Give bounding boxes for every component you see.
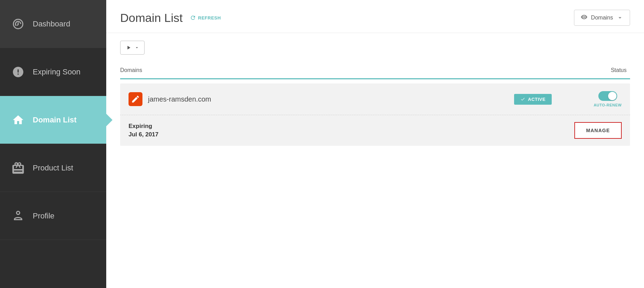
refresh-button[interactable]: REFRESH bbox=[190, 15, 221, 21]
eye-icon bbox=[581, 14, 588, 22]
expiring-label: Expiring bbox=[129, 123, 158, 130]
sidebar-label-dashboard: Dashboard bbox=[33, 19, 70, 29]
dropdown-label: Domains bbox=[591, 15, 613, 21]
sidebar-item-dashboard[interactable]: Dashboard bbox=[0, 0, 106, 48]
sidebar-item-product-list[interactable]: Product List bbox=[0, 144, 106, 192]
chevron-down-icon bbox=[616, 14, 623, 21]
toggle-knob bbox=[608, 92, 616, 100]
product-list-icon bbox=[10, 160, 26, 176]
refresh-icon bbox=[190, 15, 196, 21]
domains-dropdown[interactable]: Domains bbox=[574, 10, 630, 26]
sidebar-label-profile: Profile bbox=[33, 211, 54, 221]
action-button[interactable] bbox=[120, 41, 145, 55]
manage-button[interactable]: MANAGE bbox=[574, 122, 622, 139]
col-domains-label: Domains bbox=[120, 67, 142, 73]
table-header: Domains Status bbox=[120, 61, 630, 79]
expiring-soon-icon bbox=[10, 64, 26, 80]
domain-list-icon bbox=[10, 112, 26, 128]
auto-renew-section: AUTO-RENEW bbox=[593, 91, 622, 107]
expiring-info: Expiring Jul 6, 2017 bbox=[129, 123, 158, 138]
check-icon bbox=[520, 97, 525, 102]
status-label: ACTIVE bbox=[528, 97, 546, 102]
col-status-label: Status bbox=[611, 67, 627, 73]
page-title: Domain List bbox=[120, 11, 183, 25]
header-left: Domain List REFRESH bbox=[120, 11, 221, 25]
expiring-date: Jul 6, 2017 bbox=[129, 131, 158, 138]
sidebar-item-expiring-soon[interactable]: Expiring Soon bbox=[0, 48, 106, 96]
domain-row-bottom: Expiring Jul 6, 2017 MANAGE bbox=[120, 115, 630, 146]
domain-logo-icon bbox=[131, 95, 140, 104]
sidebar-item-domain-list[interactable]: Domain List bbox=[0, 96, 106, 144]
domain-name: james-ramsden.com bbox=[148, 95, 514, 103]
auto-renew-toggle[interactable] bbox=[598, 91, 617, 101]
domain-row: james-ramsden.com ACTIVE AUTO-RENEW Expi… bbox=[120, 83, 630, 146]
main-header: Domain List REFRESH Domains bbox=[106, 0, 644, 33]
profile-icon bbox=[10, 208, 26, 224]
sidebar-label-expiring-soon: Expiring Soon bbox=[33, 67, 80, 77]
dashboard-icon bbox=[10, 16, 26, 32]
action-chevron-icon bbox=[134, 45, 139, 50]
table-container: Domains Status james-ramsden.com ACTIVE bbox=[106, 55, 644, 288]
sidebar-item-profile[interactable]: Profile bbox=[0, 192, 106, 240]
status-badge: ACTIVE bbox=[514, 94, 552, 105]
main-content: Domain List REFRESH Domains bbox=[106, 0, 644, 288]
refresh-label: REFRESH bbox=[198, 15, 221, 21]
sidebar-label-product-list: Product List bbox=[33, 163, 73, 173]
toolbar bbox=[106, 33, 644, 55]
domain-row-top: james-ramsden.com ACTIVE AUTO-RENEW bbox=[120, 83, 630, 115]
sidebar-label-domain-list: Domain List bbox=[33, 115, 77, 125]
play-icon bbox=[125, 45, 132, 51]
sidebar: Dashboard Expiring Soon Domain List Prod… bbox=[0, 0, 106, 288]
domain-logo bbox=[129, 92, 142, 106]
auto-renew-label: AUTO-RENEW bbox=[593, 103, 622, 107]
